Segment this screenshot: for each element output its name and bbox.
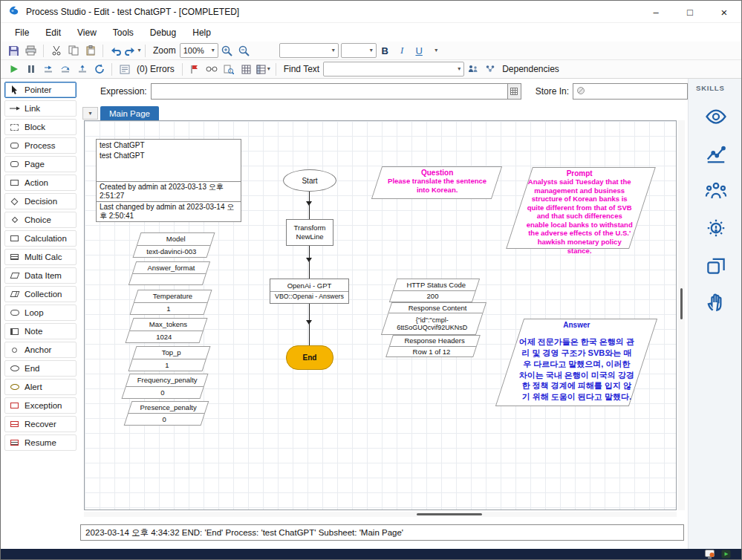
data-item-response-headers[interactable]: Response Headers Row 1 of 12 (385, 335, 481, 357)
vertical-scrollbar[interactable] (678, 120, 685, 510)
data-item-answer-format[interactable]: Answer_format (128, 261, 210, 285)
breakpoint-flag-button[interactable] (186, 61, 204, 77)
search-page-button[interactable] (221, 61, 238, 77)
pause-button[interactable] (22, 61, 39, 77)
palette-item-recover[interactable]: Recover (4, 416, 77, 432)
minimize-button[interactable]: – (639, 1, 673, 23)
visual-perception-skill-icon[interactable] (703, 104, 729, 129)
bold-button[interactable]: B (377, 42, 394, 59)
palette-item-alert[interactable]: Alert (4, 379, 77, 395)
stage-end[interactable]: End (286, 345, 333, 370)
step-out-button[interactable] (74, 61, 91, 77)
process-info-box[interactable]: test ChatGPT test ChatGPT Created by adm… (96, 139, 241, 222)
taskbar-app-icon-1[interactable] (705, 550, 715, 560)
learning-skill-icon[interactable] (703, 290, 729, 315)
data-item-temperature[interactable]: Temperature 1 (129, 290, 212, 315)
palette-item-exception[interactable]: Exception (4, 397, 77, 414)
close-button[interactable]: × (707, 1, 741, 23)
menu-view[interactable]: View (69, 25, 105, 41)
palette-item-data-item[interactable]: Data Item (4, 267, 77, 284)
grid-settings-button[interactable]: ▾ (255, 61, 272, 77)
format-more-button[interactable]: ▾ (428, 42, 445, 59)
palette-item-loop[interactable]: Loop (4, 305, 77, 321)
play-button[interactable] (5, 61, 22, 77)
knowledge-insight-skill-icon[interactable] (703, 253, 729, 278)
palette-item-pointer[interactable]: Pointer (4, 82, 77, 98)
system-taskbar (1, 549, 742, 560)
redo-button[interactable]: ▾ (124, 42, 141, 59)
zoom-select[interactable]: 100%▾ (180, 43, 218, 58)
vertical-scrollbar-thumb[interactable] (680, 288, 683, 319)
palette-item-block[interactable]: Block (4, 119, 77, 135)
grid-snap-button[interactable] (238, 61, 255, 77)
references-icon-button[interactable] (464, 61, 481, 77)
zoom-in-button[interactable] (218, 42, 235, 59)
underline-button[interactable]: U (411, 42, 428, 59)
paste-button[interactable] (82, 42, 99, 59)
tab-main-page[interactable]: Main Page (100, 106, 159, 121)
menu-edit[interactable]: Edit (37, 25, 69, 41)
expression-editor-button[interactable] (507, 84, 521, 99)
palette-item-end[interactable]: End (4, 360, 77, 377)
horizontal-scrollbar-thumb[interactable] (417, 513, 482, 515)
data-item-model[interactable]: Model text-davinci-003 (132, 232, 215, 258)
problem-solving-skill-icon[interactable] (703, 215, 729, 241)
restart-button[interactable] (91, 61, 108, 77)
maximize-button[interactable]: □ (673, 1, 707, 23)
process-canvas[interactable]: test ChatGPT test ChatGPT Created by adm… (84, 120, 677, 510)
action-icon (9, 178, 20, 188)
planning-skill-icon[interactable] (703, 141, 729, 166)
data-item-frequency-penalty[interactable]: Frequency_penalty 0 (121, 374, 208, 399)
data-item-http-status-code[interactable]: HTTP Status Code 200 (389, 279, 480, 302)
zoom-out-button[interactable] (235, 42, 253, 59)
font-select[interactable]: ▾ (279, 43, 339, 58)
step-over-button[interactable] (56, 61, 74, 77)
print-button[interactable] (22, 42, 39, 59)
cut-button[interactable] (48, 42, 65, 59)
palette-item-link[interactable]: Link (4, 100, 77, 117)
calculation-icon (9, 234, 20, 244)
menu-debug[interactable]: Debug (142, 25, 184, 41)
pointer-icon (9, 85, 20, 95)
palette-item-note[interactable]: Note (4, 323, 77, 339)
italic-button[interactable]: I (394, 42, 411, 59)
title-bar: Process Studio - Edit - test ChatGPT - [… (1, 1, 741, 23)
note-answer[interactable]: Answer 어제 전문가들은 한국 은행의 관리 및 경영 구조가 SVB와는… (495, 319, 657, 406)
expression-input[interactable] (152, 84, 507, 99)
collaboration-skill-icon[interactable] (703, 178, 729, 204)
stage-transform-newline[interactable]: Transform NewLine (286, 219, 333, 246)
errors-label[interactable]: (0) Errors (133, 64, 178, 74)
palette-item-resume[interactable]: Resume (4, 434, 77, 451)
palette-item-decision[interactable]: Decision (4, 193, 77, 209)
palette-item-process[interactable]: Process (4, 137, 77, 154)
menu-tools[interactable]: Tools (105, 25, 142, 41)
undo-button[interactable] (107, 42, 124, 59)
menu-file[interactable]: File (7, 25, 37, 41)
copy-button[interactable] (65, 42, 82, 59)
data-item-max-tokens[interactable]: Max_tokens 1024 (125, 318, 207, 343)
stage-start[interactable]: Start (283, 169, 336, 192)
palette-item-action[interactable]: Action (4, 175, 77, 191)
data-item-top-p[interactable]: Top_p 1 (128, 346, 210, 371)
note-prompt[interactable]: Prompt Analysts said Tuesday that the ma… (506, 167, 656, 249)
font-size-select[interactable]: ▾ (341, 43, 377, 58)
palette-item-choice[interactable]: Choice (4, 212, 77, 228)
menu-help[interactable]: Help (184, 25, 219, 41)
horizontal-scrollbar[interactable] (84, 512, 677, 517)
data-item-response-content[interactable]: Response Content {"id":"cmpl-6ttSoGUQcvi… (381, 302, 486, 335)
find-text-input[interactable]: ▾ (323, 62, 464, 76)
page-list-dropdown[interactable]: ▾ (82, 107, 98, 120)
palette-item-multi-calc[interactable]: Multi Calc (4, 249, 77, 265)
stage-openai-action[interactable]: OpenAi - GPT VBO::Openai - Answers (270, 279, 349, 304)
data-item-presence-penalty[interactable]: Presence_penalty 0 (124, 401, 209, 426)
palette-item-page[interactable]: Page (4, 156, 77, 172)
palette-item-collection[interactable]: Collection (4, 286, 77, 302)
save-button[interactable] (5, 42, 22, 59)
dependencies-label[interactable]: Dependencies (498, 64, 563, 74)
goggles-button[interactable] (204, 61, 221, 77)
taskbar-app-icon-2[interactable] (721, 550, 731, 560)
palette-item-calculation[interactable]: Calculation (4, 230, 77, 247)
note-question[interactable]: Question Please translate the sentence i… (371, 166, 502, 199)
step-into-button[interactable] (39, 61, 56, 77)
palette-item-anchor[interactable]: Anchor (4, 342, 77, 358)
